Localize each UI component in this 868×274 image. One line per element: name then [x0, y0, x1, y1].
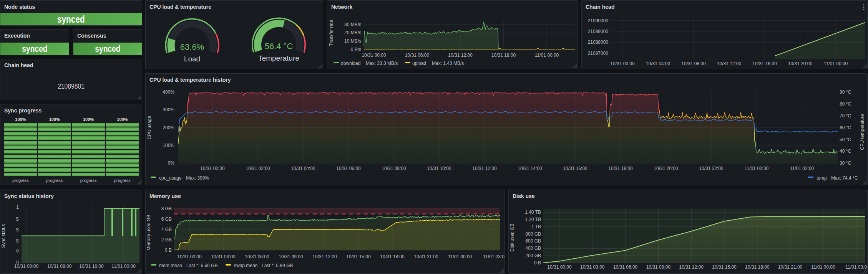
svg-text:10/31 04:00: 10/31 04:00 [646, 61, 671, 66]
svg-text:10/31 06:00: 10/31 06:00 [613, 264, 638, 270]
svg-text:10/31 06:00: 10/31 06:00 [336, 166, 361, 171]
svg-text:Max: 399%: Max: 399% [186, 175, 209, 181]
svg-text:10/31 18:00: 10/31 18:00 [745, 264, 770, 270]
svg-text:mem.mean: mem.mean [159, 263, 182, 268]
svg-text:10/31 15:00: 10/31 15:00 [346, 254, 371, 259]
svg-text:0: 0 [16, 248, 19, 254]
svg-text:10/31 21:00: 10/31 21:00 [778, 264, 803, 270]
svg-text:200 GB: 200 GB [525, 253, 541, 258]
svg-text:10/31 12:00: 10/31 12:00 [679, 264, 704, 270]
svg-text:400 GB: 400 GB [525, 246, 541, 251]
svg-text:2 GB: 2 GB [161, 237, 172, 243]
svg-text:11/01 00:00: 11/01 00:00 [811, 264, 835, 270]
svg-text:10 MB/s: 10 MB/s [344, 38, 361, 44]
svg-text:Max: 1.43 MB/s: Max: 1.43 MB/s [432, 61, 464, 66]
svg-text:Max: 74.4 °C: Max: 74.4 °C [831, 175, 858, 181]
svg-text:11/01 00:00: 11/01 00:00 [111, 264, 136, 269]
svg-text:Disk used GB: Disk used GB [510, 223, 515, 251]
svg-text:10/31 08:00: 10/31 08:00 [382, 166, 406, 171]
svg-text:1.20 TB: 1.20 TB [525, 217, 541, 222]
svg-text:40 °C: 40 °C [840, 149, 851, 154]
svg-text:10/31 16:00: 10/31 16:00 [79, 264, 104, 269]
svg-text:30 MB/s: 30 MB/s [344, 22, 361, 27]
svg-text:0 B/s: 0 B/s [351, 47, 361, 52]
svg-text:20 MB/s: 20 MB/s [344, 30, 361, 35]
svg-text:10/31 20:00: 10/31 20:00 [788, 61, 813, 66]
svg-text:Transfer rate: Transfer rate [329, 20, 334, 46]
svg-text:10/31 20:00: 10/31 20:00 [654, 166, 678, 171]
svg-text:10/31 14:00: 10/31 14:00 [518, 166, 542, 171]
svg-text:11/01 00:00: 11/01 00:00 [535, 53, 559, 58]
svg-text:21088000: 21088000 [588, 40, 609, 45]
svg-text:21089000: 21089000 [588, 29, 609, 34]
svg-text:temp: temp [817, 175, 827, 181]
svg-text:10/31 16:00: 10/31 16:00 [563, 166, 588, 171]
svg-text:10/31 22:00: 10/31 22:00 [699, 166, 724, 171]
svg-text:Memory used GB: Memory used GB [146, 215, 151, 250]
svg-text:Last *: 6.60 GB: Last *: 6.60 GB [186, 263, 217, 268]
svg-text:56.4 °C: 56.4 °C [265, 41, 293, 51]
svg-text:10/31 12:00: 10/31 12:00 [448, 53, 473, 58]
svg-text:S: S [16, 216, 19, 222]
svg-text:10/31 00:00: 10/31 00:00 [14, 264, 39, 269]
svg-text:10/31 09:00: 10/31 09:00 [646, 264, 671, 270]
svg-text:Temperature: Temperature [258, 54, 299, 62]
svg-text:10/31 00:00: 10/31 00:00 [610, 61, 635, 66]
svg-text:10/31 12:00: 10/31 12:00 [472, 166, 497, 171]
svg-text:upload: upload [412, 61, 426, 66]
svg-text:30 °C: 30 °C [840, 160, 851, 166]
svg-text:100%: 100% [163, 143, 174, 148]
svg-text:10/31 00:00: 10/31 00:00 [362, 53, 386, 58]
svg-text:Last *: 5.99 GB: Last *: 5.99 GB [262, 263, 293, 268]
svg-text:S: S [16, 238, 19, 244]
svg-text:10/31 00:00: 10/31 00:00 [200, 166, 225, 171]
svg-text:10/31 06:00: 10/31 06:00 [405, 53, 430, 58]
svg-text:CPU usage: CPU usage [147, 116, 152, 140]
svg-text:1.40 TB: 1.40 TB [525, 210, 541, 215]
svg-text:10/31 04:00: 10/31 04:00 [291, 166, 315, 171]
svg-text:0%: 0% [168, 160, 175, 166]
svg-text:80 °C: 80 °C [840, 101, 851, 107]
svg-text:21087000: 21087000 [588, 51, 609, 56]
svg-text:10/31 15:00: 10/31 15:00 [712, 264, 737, 270]
svg-text:10/31 18:00: 10/31 18:00 [491, 53, 516, 58]
svg-text:Max: 33.3 MB/s: Max: 33.3 MB/s [366, 61, 398, 66]
svg-text:0 B: 0 B [165, 248, 172, 253]
svg-text:10/31 12:00: 10/31 12:00 [312, 254, 337, 259]
svg-text:60 °C: 60 °C [840, 125, 851, 130]
svg-text:11/01 02:00: 11/01 02:00 [790, 166, 814, 171]
svg-text:21090000: 21090000 [588, 18, 609, 23]
svg-text:1: 1 [16, 205, 19, 210]
svg-text:90 °C: 90 °C [840, 89, 851, 95]
svg-text:10/31 08:00: 10/31 08:00 [681, 61, 706, 66]
svg-text:10/31 03:00: 10/31 03:00 [211, 254, 236, 259]
svg-text:download: download [341, 61, 360, 66]
svg-text:S: S [16, 227, 19, 233]
svg-text:70 °C: 70 °C [840, 113, 851, 119]
svg-text:11/01 03:0: 11/01 03:0 [483, 254, 505, 259]
svg-text:10/31 09:00: 10/31 09:00 [279, 254, 303, 259]
svg-text:10/31 00:00: 10/31 00:00 [177, 254, 202, 259]
svg-text:10/31 02:00: 10/31 02:00 [246, 166, 270, 171]
svg-text:10/31 06:00: 10/31 06:00 [245, 254, 269, 259]
svg-text:swap.mean: swap.mean [234, 263, 257, 268]
svg-text:10/31 00:00: 10/31 00:00 [547, 264, 572, 270]
svg-text:200%: 200% [163, 125, 174, 130]
svg-text:300%: 300% [163, 107, 174, 112]
svg-text:400%: 400% [163, 89, 174, 95]
svg-text:4 GB: 4 GB [161, 227, 172, 232]
svg-text:CPU temperature: CPU temperature [860, 114, 865, 150]
svg-text:0 B: 0 B [534, 260, 541, 266]
svg-text:11/01 00:00: 11/01 00:00 [824, 61, 848, 66]
svg-text:10/31 12:00: 10/31 12:00 [717, 61, 742, 66]
svg-text:Sync status: Sync status [1, 224, 6, 248]
svg-text:10/31 18:00: 10/31 18:00 [380, 254, 405, 259]
svg-text:8 GB: 8 GB [161, 206, 172, 211]
svg-text:1 TB: 1 TB [531, 224, 541, 229]
svg-text:600 GB: 600 GB [525, 238, 541, 244]
svg-text:50 °C: 50 °C [840, 137, 851, 142]
svg-text:63.6%: 63.6% [180, 42, 204, 52]
svg-text:10/31 10:00: 10/31 10:00 [427, 166, 451, 171]
svg-text:11/01 00:00: 11/01 00:00 [448, 254, 472, 259]
svg-text:10/31 03:00: 10/31 03:00 [580, 264, 605, 270]
